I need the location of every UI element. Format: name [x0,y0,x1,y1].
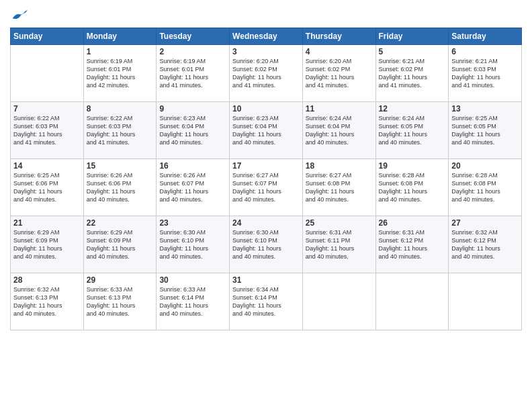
day-info: Sunrise: 6:29 AM Sunset: 6:09 PM Dayligh… [87,228,154,261]
day-number: 2 [159,47,226,56]
calendar-day-cell: 18Sunrise: 6:27 AM Sunset: 6:08 PM Dayli… [302,158,375,216]
calendar-day-cell: 20Sunrise: 6:28 AM Sunset: 6:08 PM Dayli… [449,158,522,216]
calendar-day-cell: 31Sunrise: 6:34 AM Sunset: 6:14 PM Dayli… [230,273,303,330]
day-number: 13 [451,104,519,113]
calendar-day-cell: 23Sunrise: 6:30 AM Sunset: 6:10 PM Dayli… [157,216,230,273]
day-number: 20 [451,161,519,171]
calendar-day-header: Thursday [302,28,375,44]
calendar-day-cell [11,44,84,101]
calendar-day-cell: 9Sunrise: 6:23 AM Sunset: 6:04 PM Daylig… [157,101,230,158]
day-number: 26 [379,218,446,228]
calendar-week-row: 21Sunrise: 6:29 AM Sunset: 6:09 PM Dayli… [11,216,522,273]
day-info: Sunrise: 6:25 AM Sunset: 6:06 PM Dayligh… [13,171,81,204]
day-number: 6 [451,47,519,56]
calendar-day-header: Monday [83,28,157,44]
calendar-day-cell: 1Sunrise: 6:19 AM Sunset: 6:01 PM Daylig… [83,44,157,101]
day-number: 31 [232,275,300,285]
calendar-day-cell [375,273,449,330]
day-number: 9 [159,104,226,113]
calendar-day-header: Wednesday [230,28,303,44]
day-info: Sunrise: 6:30 AM Sunset: 6:10 PM Dayligh… [232,228,300,261]
day-info: Sunrise: 6:21 AM Sunset: 6:02 PM Dayligh… [379,57,446,90]
day-info: Sunrise: 6:33 AM Sunset: 6:13 PM Dayligh… [87,285,154,318]
day-number: 15 [87,161,154,171]
calendar-day-cell [449,273,522,330]
calendar-day-header: Tuesday [157,28,230,44]
day-info: Sunrise: 6:34 AM Sunset: 6:14 PM Dayligh… [232,285,300,318]
day-number: 21 [13,218,81,228]
logo-text [10,9,28,25]
day-number: 14 [13,161,81,171]
calendar-day-header: Friday [375,28,449,44]
day-number: 11 [306,104,373,113]
day-number: 29 [87,275,154,285]
day-info: Sunrise: 6:24 AM Sunset: 6:05 PM Dayligh… [379,114,446,147]
day-info: Sunrise: 6:22 AM Sunset: 6:03 PM Dayligh… [13,114,81,147]
calendar-day-cell: 17Sunrise: 6:27 AM Sunset: 6:07 PM Dayli… [230,158,303,216]
calendar-day-cell: 16Sunrise: 6:26 AM Sunset: 6:07 PM Dayli… [157,158,230,216]
day-number: 12 [379,104,446,113]
calendar-day-cell: 15Sunrise: 6:26 AM Sunset: 6:06 PM Dayli… [83,158,157,216]
calendar-day-cell: 2Sunrise: 6:19 AM Sunset: 6:01 PM Daylig… [157,44,230,101]
calendar-day-cell: 24Sunrise: 6:30 AM Sunset: 6:10 PM Dayli… [230,216,303,273]
calendar-day-cell: 10Sunrise: 6:23 AM Sunset: 6:04 PM Dayli… [230,101,303,158]
calendar-day-cell: 11Sunrise: 6:24 AM Sunset: 6:04 PM Dayli… [302,101,375,158]
day-number: 27 [451,218,519,228]
calendar-day-cell: 13Sunrise: 6:25 AM Sunset: 6:05 PM Dayli… [449,101,522,158]
header [10,7,522,22]
day-number: 10 [232,104,300,113]
day-number: 8 [87,104,154,113]
day-number: 24 [232,218,300,228]
logo [10,9,28,22]
day-number: 28 [13,275,81,285]
day-number: 17 [232,161,300,171]
calendar-day-cell: 30Sunrise: 6:33 AM Sunset: 6:14 PM Dayli… [157,273,230,330]
day-number: 30 [159,275,226,285]
day-number: 23 [159,218,226,228]
calendar-week-row: 28Sunrise: 6:32 AM Sunset: 6:13 PM Dayli… [11,273,522,330]
day-info: Sunrise: 6:27 AM Sunset: 6:08 PM Dayligh… [306,171,373,204]
calendar-header-row: SundayMondayTuesdayWednesdayThursdayFrid… [11,28,522,44]
day-info: Sunrise: 6:19 AM Sunset: 6:01 PM Dayligh… [87,57,154,90]
calendar-day-cell: 26Sunrise: 6:31 AM Sunset: 6:12 PM Dayli… [375,216,449,273]
calendar-day-cell: 29Sunrise: 6:33 AM Sunset: 6:13 PM Dayli… [83,273,157,330]
day-info: Sunrise: 6:19 AM Sunset: 6:01 PM Dayligh… [159,57,226,90]
day-info: Sunrise: 6:26 AM Sunset: 6:07 PM Dayligh… [159,171,226,204]
page: SundayMondayTuesdayWednesdayThursdayFrid… [0,0,532,411]
calendar-day-cell: 12Sunrise: 6:24 AM Sunset: 6:05 PM Dayli… [375,101,449,158]
day-number: 25 [306,218,373,228]
day-number: 3 [232,47,300,56]
calendar-day-cell: 28Sunrise: 6:32 AM Sunset: 6:13 PM Dayli… [11,273,84,330]
day-info: Sunrise: 6:22 AM Sunset: 6:03 PM Dayligh… [87,114,154,147]
calendar-day-cell: 3Sunrise: 6:20 AM Sunset: 6:02 PM Daylig… [230,44,303,101]
calendar-day-cell: 22Sunrise: 6:29 AM Sunset: 6:09 PM Dayli… [83,216,157,273]
calendar-day-cell: 25Sunrise: 6:31 AM Sunset: 6:11 PM Dayli… [302,216,375,273]
calendar-day-cell: 19Sunrise: 6:28 AM Sunset: 6:08 PM Dayli… [375,158,449,216]
day-info: Sunrise: 6:31 AM Sunset: 6:12 PM Dayligh… [379,228,446,261]
calendar-day-cell: 5Sunrise: 6:21 AM Sunset: 6:02 PM Daylig… [375,44,449,101]
day-number: 16 [159,161,226,171]
day-info: Sunrise: 6:24 AM Sunset: 6:04 PM Dayligh… [306,114,373,147]
day-number: 7 [13,104,81,113]
calendar-day-cell: 27Sunrise: 6:32 AM Sunset: 6:12 PM Dayli… [449,216,522,273]
calendar-day-cell: 14Sunrise: 6:25 AM Sunset: 6:06 PM Dayli… [11,158,84,216]
calendar-day-header: Sunday [11,28,84,44]
day-info: Sunrise: 6:23 AM Sunset: 6:04 PM Dayligh… [232,114,300,147]
day-info: Sunrise: 6:27 AM Sunset: 6:07 PM Dayligh… [232,171,300,204]
day-info: Sunrise: 6:23 AM Sunset: 6:04 PM Dayligh… [159,114,226,147]
calendar-day-cell: 7Sunrise: 6:22 AM Sunset: 6:03 PM Daylig… [11,101,84,158]
day-number: 1 [87,47,154,56]
calendar-week-row: 7Sunrise: 6:22 AM Sunset: 6:03 PM Daylig… [11,101,522,158]
calendar-week-row: 14Sunrise: 6:25 AM Sunset: 6:06 PM Dayli… [11,158,522,216]
day-info: Sunrise: 6:32 AM Sunset: 6:13 PM Dayligh… [13,285,81,318]
day-info: Sunrise: 6:28 AM Sunset: 6:08 PM Dayligh… [379,171,446,204]
calendar-week-row: 1Sunrise: 6:19 AM Sunset: 6:01 PM Daylig… [11,44,522,101]
day-info: Sunrise: 6:32 AM Sunset: 6:12 PM Dayligh… [451,228,519,261]
day-number: 4 [306,47,373,56]
day-number: 5 [379,47,446,56]
calendar-day-cell: 4Sunrise: 6:20 AM Sunset: 6:02 PM Daylig… [302,44,375,101]
day-info: Sunrise: 6:26 AM Sunset: 6:06 PM Dayligh… [87,171,154,204]
calendar-day-cell: 21Sunrise: 6:29 AM Sunset: 6:09 PM Dayli… [11,216,84,273]
day-info: Sunrise: 6:29 AM Sunset: 6:09 PM Dayligh… [13,228,81,261]
calendar-day-cell: 6Sunrise: 6:21 AM Sunset: 6:03 PM Daylig… [449,44,522,101]
